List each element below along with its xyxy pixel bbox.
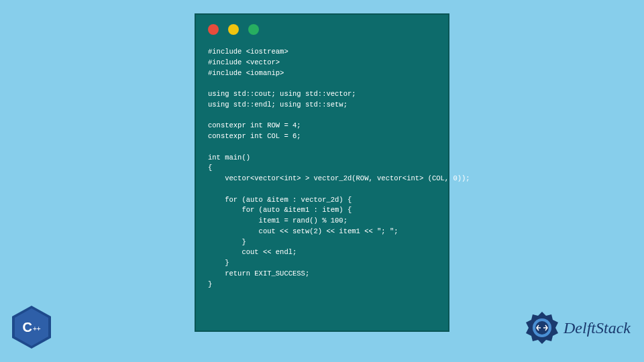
minimize-icon bbox=[228, 24, 239, 35]
gear-icon bbox=[525, 310, 559, 345]
cpp-plus: ++ bbox=[33, 325, 41, 333]
brand-name: DelftStack bbox=[564, 319, 631, 337]
cpp-letter: C bbox=[22, 320, 32, 335]
close-icon bbox=[208, 24, 219, 35]
cpp-logo: C ++ bbox=[12, 306, 51, 349]
code-window: #include <iostream> #include <vector> #i… bbox=[195, 13, 449, 332]
maximize-icon bbox=[248, 24, 259, 35]
brand-logo: DelftStack bbox=[525, 310, 631, 345]
code-content: #include <iostream> #include <vector> #i… bbox=[196, 42, 448, 295]
window-controls bbox=[196, 15, 448, 42]
